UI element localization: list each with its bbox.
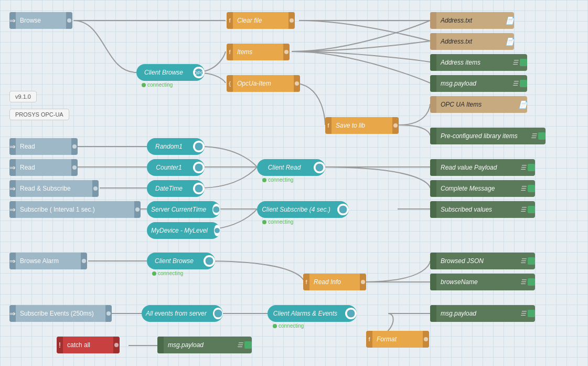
menu-icon-10: ☰ <box>237 341 243 349</box>
complete-msg-node[interactable]: Complete Message ☰ <box>430 180 535 197</box>
sq-icon-8 <box>528 278 535 286</box>
sq-icon-1 <box>520 59 527 66</box>
sq-icon-10 <box>244 341 252 349</box>
client-browse-1-node[interactable]: Client Browse OPC <box>136 64 205 81</box>
address-items-node[interactable]: Address items ☰ <box>430 54 527 71</box>
connecting-label-3: connecting <box>262 219 293 225</box>
sq-icon-7 <box>528 257 535 265</box>
random1-icon <box>193 141 205 152</box>
svg-point-9 <box>205 257 213 265</box>
menu-icon-8: ☰ <box>520 278 526 286</box>
menu-icon-9: ☰ <box>520 310 526 317</box>
svg-point-8 <box>215 228 220 234</box>
sq-icon-5 <box>528 185 535 192</box>
opcua-item-node[interactable]: { OpcUa-Item <box>227 75 300 92</box>
clear-file-node[interactable]: f Clear file <box>227 12 295 29</box>
svg-point-5 <box>195 184 203 193</box>
svg-point-11 <box>347 309 355 318</box>
read-subscribe-node[interactable]: ⇒ Read & Subscribe <box>9 180 99 197</box>
menu-icon-5: ☰ <box>520 185 526 192</box>
catch-all-node[interactable]: ! catch all <box>57 337 120 353</box>
client-alarms-node[interactable]: Client Alarms & Events <box>268 305 357 322</box>
subscribed-values-node[interactable]: Subscribed values ☰ <box>430 201 535 218</box>
msg-payload-1-node[interactable]: msg.payload ☰ <box>430 75 527 92</box>
client-browse-1-icon: OPC <box>193 67 205 78</box>
subscribe-interval-node[interactable]: ⇒ Subscribe ( Interval 1 sec.) <box>9 201 141 218</box>
sq-icon-3 <box>538 132 546 140</box>
all-events-node[interactable]: All events from server <box>142 305 223 322</box>
mydevice-icon <box>214 225 220 236</box>
connecting-label-4: connecting <box>152 270 183 276</box>
read-2-node[interactable]: ⇒ Read <box>9 159 78 176</box>
sq-icon-6 <box>528 206 535 213</box>
all-events-icon <box>213 308 223 319</box>
address-txt-1-node[interactable]: Address.txt 📄 <box>430 12 514 29</box>
svg-point-4 <box>315 163 324 172</box>
read-1-node[interactable]: ⇒ Read <box>9 138 78 155</box>
client-browse-2-node[interactable]: Client Browse <box>147 253 215 269</box>
client-browse-2-icon <box>204 255 215 267</box>
address-txt-2-node[interactable]: Address.txt 📄 <box>430 33 514 50</box>
svg-point-2 <box>195 142 203 151</box>
svg-point-10 <box>214 309 222 318</box>
browsed-json-node[interactable]: Browsed JSON ☰ <box>430 253 535 269</box>
client-subscribe-node[interactable]: Client Subscribe (4 sec.) <box>257 201 349 218</box>
random1-node[interactable]: Random1 <box>147 138 205 155</box>
file-icon-1: 📄 <box>505 16 514 25</box>
sq-icon-4 <box>528 164 535 171</box>
server-current-icon <box>212 204 220 215</box>
datetime-node[interactable]: DateTime <box>147 180 205 197</box>
client-read-icon <box>314 162 325 173</box>
read-info-node[interactable]: f Read Info <box>303 274 366 290</box>
svg-point-7 <box>339 205 347 214</box>
browse-input-node[interactable]: ⇒ Browse <box>9 12 72 29</box>
mydevice-node[interactable]: MyDevice - MyLevel <box>147 222 220 239</box>
client-read-node[interactable]: Client Read <box>257 159 325 176</box>
file-icon-2: 📄 <box>505 37 514 46</box>
sq-icon-2 <box>520 80 527 87</box>
menu-icon-3: ☰ <box>531 132 537 140</box>
menu-icon-6: ☰ <box>520 206 526 213</box>
client-alarms-icon <box>345 308 357 319</box>
svg-text:OPC: OPC <box>194 70 204 76</box>
menu-icon-2: ☰ <box>512 80 518 87</box>
subscribe-events-node[interactable]: ⇒ Subscribe Events (250ms) <box>9 305 112 322</box>
menu-icon-7: ☰ <box>520 257 526 265</box>
opc-ua-items-node[interactable]: OPC UA Items 📄 <box>430 96 527 113</box>
connecting-label-2: connecting <box>262 177 293 183</box>
datetime-icon <box>193 183 205 194</box>
svg-point-6 <box>213 206 220 213</box>
version-badge: v9.1.0 <box>9 91 37 102</box>
save-to-lib-node[interactable]: f Save to lib <box>325 117 399 134</box>
server-current-node[interactable]: Server CurrentTime <box>147 201 220 218</box>
svg-point-3 <box>195 163 203 172</box>
preconfigured-node[interactable]: Pre-configured library items ☰ <box>430 128 546 144</box>
brand-badge: PROSYS OPC-UA <box>9 109 69 120</box>
msg-payload-2-node[interactable]: msg.payload ☰ <box>430 305 535 322</box>
items-func-node[interactable]: f Items <box>227 44 290 60</box>
menu-icon-1: ☰ <box>512 59 518 66</box>
client-subscribe-icon <box>337 204 349 215</box>
counter1-icon <box>193 162 205 173</box>
browse-name-node[interactable]: browseName ☰ <box>430 274 535 290</box>
format-node[interactable]: f Format <box>366 331 429 348</box>
file-icon-3: 📄 <box>518 100 527 109</box>
read-value-node[interactable]: Read value Payload ☰ <box>430 159 535 176</box>
connecting-label-5: connecting <box>273 323 304 329</box>
sq-icon-9 <box>528 310 535 317</box>
connecting-label-1: connecting <box>142 82 173 88</box>
counter1-node[interactable]: Counter1 <box>147 159 205 176</box>
browse-alarm-node[interactable]: ⇒ Browse Alarm <box>9 253 87 269</box>
menu-icon-4: ☰ <box>520 164 526 171</box>
msg-payload-3-node[interactable]: msg.payload ☰ <box>157 337 252 353</box>
